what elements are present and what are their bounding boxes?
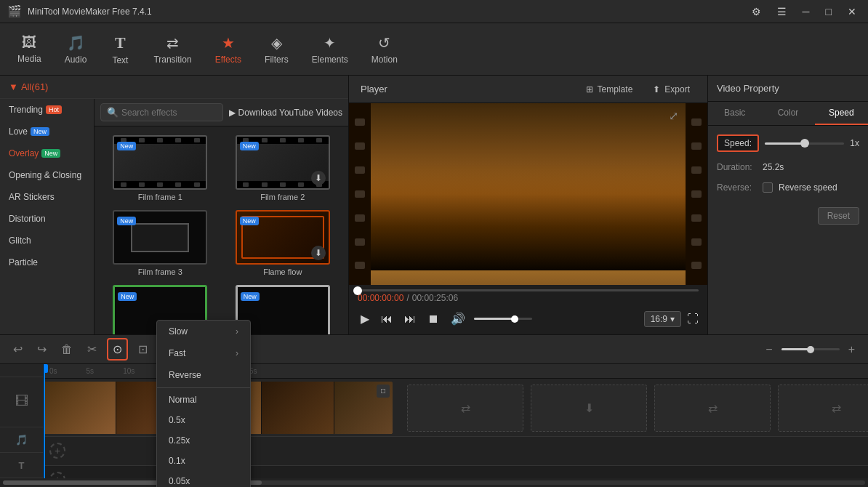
player-panel: Player ⊞ Template ⬆ Export bbox=[349, 76, 708, 334]
dropdown-slow[interactable]: Slow › bbox=[157, 321, 250, 342]
all-effects-label: All(61) bbox=[21, 81, 49, 92]
download-youtube-btn[interactable]: ▶ Download YouTube Videos bbox=[229, 108, 342, 118]
undo-button[interactable]: ↩ bbox=[9, 339, 27, 359]
redo-button[interactable]: ↪ bbox=[33, 339, 51, 359]
template-button[interactable]: ⊞ Template bbox=[580, 81, 639, 97]
minimize-button[interactable]: ─ bbox=[798, 4, 814, 19]
sidebar-item-particle[interactable]: Particle bbox=[0, 251, 94, 273]
effect-film-frame-2[interactable]: New ⬇ Film frame 2 bbox=[223, 132, 343, 204]
toolbar-transition[interactable]: ⇄ Transition bbox=[143, 28, 201, 71]
seek-track[interactable] bbox=[358, 289, 699, 291]
search-input[interactable] bbox=[121, 108, 217, 118]
add-audio-button[interactable]: + bbox=[49, 443, 65, 459]
sidebar-item-glitch[interactable]: Glitch bbox=[0, 230, 94, 251]
effect-flame-flow[interactable]: New ⬇ Flame flow bbox=[223, 207, 343, 279]
export-button[interactable]: ⬆ Export bbox=[647, 81, 696, 97]
zoom-in-button[interactable]: + bbox=[844, 340, 859, 359]
speed-thumb[interactable] bbox=[800, 139, 809, 148]
placeholder-track-2[interactable]: ⬇ bbox=[531, 385, 647, 432]
dropdown-0-05x[interactable]: 0.05x bbox=[157, 471, 250, 487]
crop-button[interactable]: ⊡ bbox=[134, 339, 152, 359]
zoom-out-button[interactable]: − bbox=[761, 340, 776, 359]
volume-track[interactable] bbox=[474, 318, 532, 320]
audio-track-icon: 🎵 bbox=[15, 434, 28, 446]
toolbar-filters[interactable]: ◈ Filters bbox=[254, 28, 299, 71]
love-label: Love bbox=[9, 126, 28, 137]
dropdown-reverse[interactable]: Reverse bbox=[157, 364, 250, 386]
toolbar-audio[interactable]: 🎵 Audio bbox=[55, 28, 97, 71]
ruler-mark-0: 0s bbox=[49, 367, 57, 375]
reset-button[interactable]: Reset bbox=[818, 207, 859, 225]
motion-label: Motion bbox=[371, 55, 398, 65]
effect-film-frame-1[interactable]: New Film frame 1 bbox=[100, 132, 220, 204]
toolbar-effects[interactable]: ★ Effects bbox=[205, 28, 252, 71]
text-icon: T bbox=[115, 33, 126, 52]
dropdown-divider bbox=[157, 387, 250, 388]
add-text-button[interactable]: + bbox=[49, 472, 65, 478]
menu-button[interactable]: ☰ bbox=[773, 4, 791, 19]
dropdown-0-25x[interactable]: 0.25x bbox=[157, 430, 250, 451]
reverse-speed-label: Reverse speed bbox=[779, 182, 837, 193]
aspect-ratio-value: 16:9 bbox=[651, 314, 667, 324]
all-effects-header[interactable]: ▼ All(61) bbox=[0, 76, 348, 99]
next-frame-button[interactable]: ⏭ bbox=[401, 310, 419, 329]
toolbar-media[interactable]: 🖼 Media bbox=[7, 28, 52, 71]
dropdown-0-1x[interactable]: 0.1x bbox=[157, 451, 250, 471]
track-labels: 🎞 🎵 T bbox=[0, 364, 44, 478]
maximize-button[interactable]: □ bbox=[821, 4, 836, 19]
placeholder-track-3[interactable]: ⇄ bbox=[654, 385, 771, 432]
speed-timeline-button[interactable]: ⊙ bbox=[107, 338, 128, 361]
search-effects-box[interactable]: 🔍 bbox=[100, 103, 223, 121]
collapse-icon: ▼ bbox=[9, 81, 18, 92]
cut-button[interactable]: ✂ bbox=[83, 339, 101, 359]
main-toolbar: 🖼 Media 🎵 Audio T Text ⇄ Transition ★ Ef… bbox=[0, 23, 868, 76]
delete-button[interactable]: 🗑 bbox=[57, 340, 77, 359]
sidebar-item-overlay[interactable]: Overlay New bbox=[0, 142, 94, 164]
reverse-dropdown-label: Reverse bbox=[169, 370, 201, 380]
sidebar-item-distortion[interactable]: Distortion bbox=[0, 208, 94, 230]
speed-slider[interactable] bbox=[765, 142, 844, 145]
tab-color[interactable]: Color bbox=[761, 102, 814, 125]
tab-speed[interactable]: Speed bbox=[815, 102, 868, 125]
placeholder-arrow-1: ⇄ bbox=[461, 401, 470, 415]
time-total: 00:00:25:06 bbox=[412, 293, 458, 303]
sidebar-item-love[interactable]: Love New bbox=[0, 121, 94, 142]
aspect-ratio-select[interactable]: 16:9 ▾ bbox=[644, 311, 681, 327]
dropdown-0-5x[interactable]: 0.5x bbox=[157, 410, 250, 430]
effect-label-3: Film frame 3 bbox=[138, 267, 182, 276]
volume-button[interactable]: 🔊 bbox=[448, 309, 468, 329]
dropdown-normal[interactable]: Normal bbox=[157, 390, 250, 410]
settings-button[interactable]: ⚙ bbox=[747, 4, 765, 19]
seek-thumb[interactable] bbox=[353, 286, 362, 295]
reset-container: Reset bbox=[717, 207, 859, 225]
time-display-row: 00:00:00:00 / 00:00:25:06 bbox=[349, 293, 707, 306]
playhead[interactable] bbox=[44, 364, 45, 478]
play-button[interactable]: ▶ bbox=[358, 309, 372, 329]
sidebar-item-opening-closing[interactable]: Opening & Closing bbox=[0, 164, 94, 186]
transition-label: Transition bbox=[153, 55, 191, 65]
placeholder-track-4[interactable]: ⇄ bbox=[778, 385, 868, 432]
prev-frame-button[interactable]: ⏮ bbox=[378, 310, 395, 329]
toolbar-text[interactable]: T Text bbox=[100, 28, 140, 71]
scrollbar-track[interactable] bbox=[3, 480, 865, 485]
toolbar-motion[interactable]: ↺ Motion bbox=[361, 28, 408, 71]
effects-grid-panel: 🔍 ▶ Download YouTube Videos bbox=[95, 99, 348, 334]
zoom-thumb[interactable] bbox=[807, 346, 814, 353]
placeholder-track-1[interactable]: ⇄ bbox=[407, 385, 523, 432]
toolbar-elements[interactable]: ✦ Elements bbox=[302, 28, 358, 71]
player-header: Player ⊞ Template ⬆ Export bbox=[349, 76, 707, 103]
text-label: Text bbox=[112, 55, 128, 65]
duration-label: Duration: bbox=[717, 162, 757, 172]
close-button[interactable]: ✕ bbox=[843, 4, 861, 19]
tab-basic[interactable]: Basic bbox=[708, 102, 761, 125]
sidebar-item-ar-stickers[interactable]: AR Stickers bbox=[0, 186, 94, 208]
zoom-track[interactable] bbox=[781, 348, 840, 350]
sidebar-item-trending[interactable]: Trending Hot bbox=[0, 99, 94, 121]
fullscreen-button[interactable]: ⛶ bbox=[687, 313, 699, 326]
dropdown-fast[interactable]: Fast › bbox=[157, 342, 250, 364]
stop-button[interactable]: ⏹ bbox=[425, 310, 442, 329]
property-content: Speed: 1x Duration: 25.2s Reverse: Rever… bbox=[708, 126, 868, 334]
reverse-checkbox[interactable] bbox=[763, 182, 773, 193]
volume-thumb[interactable] bbox=[511, 315, 518, 323]
effect-film-frame-3[interactable]: New Film frame 3 bbox=[100, 207, 220, 279]
